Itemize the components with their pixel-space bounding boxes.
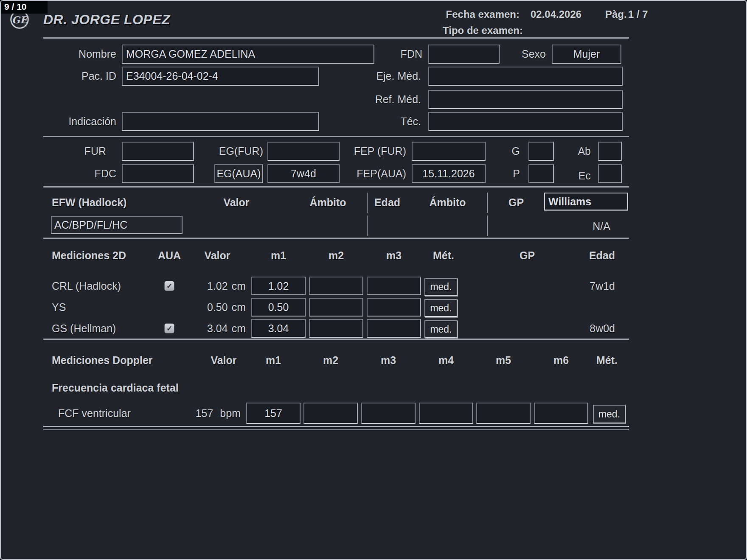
fdc-field[interactable] [122, 164, 194, 183]
report-page: 9 / 10 GE DR. JORGE LOPEZ Fecha examen: … [0, 0, 747, 560]
med-button[interactable]: med. [424, 299, 458, 317]
eg-aua-button[interactable]: EG(AUA) [214, 164, 263, 183]
col-valor: Valor [196, 249, 239, 262]
checkmark-icon: ✓ [166, 324, 172, 333]
m6-field[interactable] [534, 403, 588, 424]
exam-date-label: Fecha examen: [408, 8, 520, 21]
sexo-label: Sexo [489, 45, 546, 64]
nombre-label: Nombre [26, 45, 116, 64]
nombre-field[interactable]: MORGA GOMEZ ADELINA [122, 45, 374, 64]
sexo-field[interactable]: Mujer [552, 45, 621, 64]
col-m3: m3 [373, 249, 415, 262]
ref-med-field[interactable] [428, 90, 623, 109]
m4-field[interactable] [419, 403, 473, 424]
m2-field[interactable] [309, 277, 363, 295]
m1-field[interactable]: 1.02 [251, 277, 306, 295]
exam-type-label: Tipo de examen: [408, 24, 523, 37]
efw-formula-field[interactable]: AC/BPD/FL/HC [51, 216, 183, 234]
fur-field[interactable] [122, 142, 194, 161]
col-edad: Edad [565, 249, 615, 262]
m2-field[interactable] [309, 319, 363, 338]
g-label: G [493, 142, 520, 161]
col-m3: m3 [367, 353, 410, 367]
fur-label: FUR [26, 142, 106, 161]
m1-field[interactable]: 3.04 [251, 319, 306, 338]
divider [43, 186, 629, 188]
pac-id-label: Pac. ID [26, 67, 116, 86]
m1-field[interactable]: 0.50 [251, 298, 306, 316]
med-button[interactable]: med. [593, 405, 626, 423]
col-met: Mét. [422, 249, 465, 262]
p-label: P [493, 164, 520, 183]
ec-label: Ec [565, 166, 591, 185]
divider [43, 339, 629, 340]
page-label: Pàg. [605, 8, 627, 21]
edad-value: 7w1d [565, 277, 615, 295]
col-met: Mét. [586, 353, 628, 367]
measure-value: 1.02cm [179, 277, 246, 295]
m3-field[interactable] [367, 319, 421, 338]
value-unit: bpm [220, 407, 241, 420]
efw-col-valor: Valor [215, 195, 258, 210]
m3-field[interactable] [367, 277, 421, 295]
efw-gp-value: N/A [578, 218, 625, 234]
col-m4: m4 [425, 353, 467, 367]
p-field[interactable] [528, 164, 554, 183]
eg-aua-field[interactable]: 7w4d [267, 164, 340, 183]
m5-field[interactable] [476, 403, 531, 424]
measure-value: 157bpm [162, 403, 241, 424]
doppler-subsection-title: Frecuencia cardiaca fetal [52, 381, 179, 395]
indicacion-label: Indicación [26, 112, 116, 131]
fep-fur-label: FEP (FUR) [336, 142, 406, 161]
med-button[interactable]: med. [424, 320, 458, 338]
m3-field[interactable] [367, 298, 421, 316]
doppler-title: Mediciones Doppler [52, 353, 153, 367]
divider [367, 193, 368, 213]
exam-date-value: 02.04.2026 [531, 8, 586, 21]
col-aua: AUA [148, 249, 191, 262]
measure-row-name: FCF ventricular [58, 403, 131, 424]
col-m1: m1 [257, 249, 300, 262]
indicacion-field[interactable] [122, 112, 319, 131]
eje-med-field[interactable] [428, 67, 623, 86]
efw-col-gp: GP [502, 195, 531, 210]
ab-field[interactable] [598, 142, 622, 161]
ec-field[interactable] [598, 164, 622, 183]
divider [487, 193, 488, 213]
col-m5: m5 [482, 353, 525, 367]
value-unit: cm [232, 301, 246, 314]
aua-checkbox[interactable]: ✓ [164, 281, 174, 291]
gp-method-field[interactable]: Williams [544, 193, 628, 210]
value-unit: cm [232, 280, 246, 292]
efw-col-ambito: Ámbito [306, 195, 350, 210]
eje-med-label: Eje. Méd. [340, 67, 421, 86]
value-number: 0.50 [207, 301, 228, 314]
eg-fur-field[interactable] [267, 142, 340, 161]
aua-checkbox[interactable]: ✓ [164, 323, 174, 333]
fdn-label: FDN [366, 45, 422, 64]
col-gp: GP [506, 249, 548, 262]
fep-aua-field[interactable]: 15.11.2026 [412, 164, 486, 183]
checkmark-icon: ✓ [166, 282, 172, 291]
fep-fur-field[interactable] [412, 142, 486, 161]
g-field[interactable] [528, 142, 554, 161]
measure-value: 3.04cm [179, 319, 246, 338]
med-button[interactable]: med. [424, 278, 458, 296]
pac-id-field[interactable]: E34004-26-04-02-4 [122, 67, 319, 86]
m3-field[interactable] [361, 403, 416, 424]
page-value: 1 / 7 [628, 8, 654, 21]
measure-row-name: GS (Hellman) [52, 319, 116, 338]
tec-field[interactable] [428, 112, 623, 131]
m1-field[interactable]: 157 [246, 403, 300, 424]
col-valor: Valor [202, 353, 245, 367]
doctor-title: DR. JORGE LOPEZ [43, 12, 170, 28]
m2-field[interactable] [303, 403, 358, 424]
divider [43, 238, 629, 239]
col-m2: m2 [309, 353, 352, 367]
col-m6: m6 [540, 353, 582, 367]
divider [43, 37, 629, 39]
eg-fur-label: EG(FUR) [200, 142, 263, 161]
m2-field[interactable] [309, 298, 363, 316]
divider [43, 429, 629, 430]
ab-label: Ab [565, 142, 591, 161]
